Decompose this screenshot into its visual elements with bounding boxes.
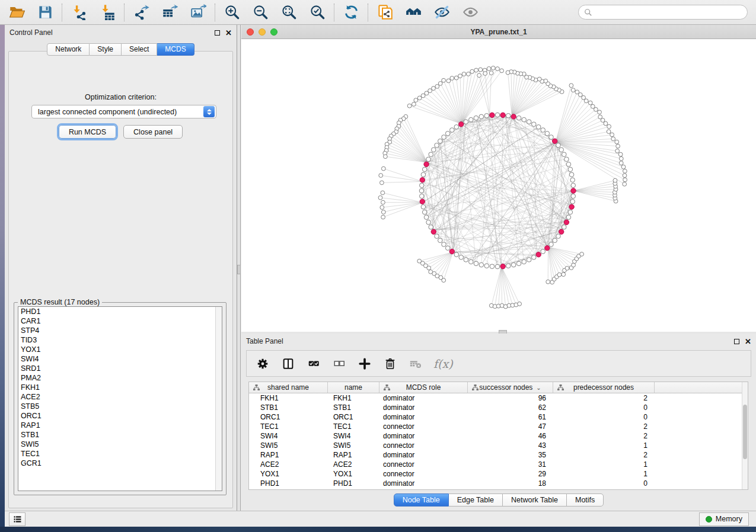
zoom-selected-icon[interactable]: [308, 4, 326, 21]
cell-predecessor-nodes[interactable]: 2: [553, 393, 655, 403]
table-row[interactable]: PHD1PHD1dominator180: [249, 479, 748, 488]
mcds-result-item[interactable]: ORC1: [18, 411, 222, 421]
open-file-icon[interactable]: [8, 4, 25, 21]
table-scrollbar[interactable]: [742, 382, 748, 489]
cell-predecessor-nodes[interactable]: 0: [553, 412, 655, 422]
cell-shared-name[interactable]: TEC1: [249, 422, 328, 431]
cell-successor-nodes[interactable]: 43: [468, 441, 553, 450]
export-image-icon[interactable]: [189, 4, 207, 21]
cell-name[interactable]: STB1: [328, 403, 379, 412]
cell-shared-name[interactable]: RAP1: [249, 450, 328, 460]
cell-shared-name[interactable]: STB1: [249, 403, 328, 412]
cell-predecessor-nodes[interactable]: 0: [553, 403, 655, 412]
cell-MCDS-role[interactable]: dominator: [379, 431, 468, 441]
table-row[interactable]: ACE2ACE2connector311: [249, 460, 748, 469]
cell-MCDS-role[interactable]: connector: [379, 469, 468, 479]
cell-successor-nodes[interactable]: 29: [468, 469, 553, 479]
cell-predecessor-nodes[interactable]: 2: [553, 450, 655, 460]
cell-MCDS-role[interactable]: dominator: [379, 412, 468, 422]
mcds-result-item[interactable]: TEC1: [18, 449, 222, 459]
cell-MCDS-role[interactable]: dominator: [379, 450, 468, 460]
tab-select[interactable]: Select: [122, 43, 157, 56]
table-row[interactable]: RAP1RAP1dominator352: [249, 450, 748, 460]
mcds-result-item[interactable]: SWI4: [18, 354, 222, 364]
cell-predecessor-nodes[interactable]: 2: [553, 422, 655, 431]
cell-MCDS-role[interactable]: dominator: [379, 403, 468, 412]
tab-network-table[interactable]: Network Table: [503, 493, 567, 507]
cell-MCDS-role[interactable]: dominator: [379, 479, 468, 488]
cell-predecessor-nodes[interactable]: 1: [553, 469, 655, 479]
duplicate-network-icon[interactable]: [376, 4, 394, 21]
delete-column-icon[interactable]: [382, 356, 398, 371]
cell-shared-name[interactable]: YOX1: [249, 469, 328, 479]
network-canvas[interactable]: [241, 39, 756, 332]
table-scrollbar-thumb[interactable]: [743, 405, 747, 459]
show-columns-icon[interactable]: [280, 356, 296, 371]
column-header-shared-name[interactable]: shared name: [249, 382, 328, 393]
table-row[interactable]: SWI4SWI4dominator462: [249, 431, 748, 441]
refresh-icon[interactable]: [342, 4, 360, 21]
column-header-name[interactable]: name: [328, 382, 379, 393]
cell-successor-nodes[interactable]: 35: [468, 450, 553, 460]
cell-successor-nodes[interactable]: 46: [468, 431, 553, 441]
tab-motifs[interactable]: Motifs: [567, 493, 604, 507]
mcds-result-item[interactable]: TID3: [18, 335, 222, 345]
vertical-splitter-handle[interactable]: [237, 265, 241, 274]
run-mcds-button[interactable]: Run MCDS: [59, 125, 116, 139]
mcds-result-item[interactable]: SRD1: [18, 364, 222, 373]
mcds-result-item[interactable]: GCR1: [18, 459, 222, 468]
mcds-result-item[interactable]: SWI5: [18, 440, 222, 449]
search-input[interactable]: [578, 5, 748, 20]
import-network-icon[interactable]: [70, 4, 88, 21]
select-all-icon[interactable]: [306, 356, 321, 371]
cell-successor-nodes[interactable]: 96: [468, 393, 553, 403]
add-column-icon[interactable]: [357, 356, 372, 371]
memory-button[interactable]: Memory: [699, 512, 749, 526]
manage-networks-icon[interactable]: [404, 4, 422, 21]
cell-shared-name[interactable]: ORC1: [249, 412, 328, 422]
cell-name[interactable]: TEC1: [328, 422, 379, 431]
close-table-panel-icon[interactable]: ✕: [745, 338, 751, 345]
cell-name[interactable]: ORC1: [328, 412, 379, 422]
cell-successor-nodes[interactable]: 47: [468, 422, 553, 431]
zoom-fit-icon[interactable]: [280, 4, 298, 21]
cell-successor-nodes[interactable]: 62: [468, 403, 553, 412]
cell-MCDS-role[interactable]: dominator: [379, 393, 468, 403]
clear-selection-icon[interactable]: [331, 356, 347, 371]
cell-predecessor-nodes[interactable]: 2: [553, 431, 655, 441]
mcds-result-item[interactable]: STB1: [18, 430, 222, 440]
export-network-icon[interactable]: [132, 4, 150, 21]
cell-shared-name[interactable]: SWI5: [249, 441, 328, 450]
cell-name[interactable]: RAP1: [328, 450, 379, 460]
mcds-result-item[interactable]: FKH1: [18, 383, 222, 392]
tab-mcds[interactable]: MCDS: [157, 43, 194, 56]
zoom-in-icon[interactable]: [223, 4, 241, 21]
mcds-result-item[interactable]: RAP1: [18, 421, 222, 430]
table-row[interactable]: TEC1TEC1connector472: [249, 422, 748, 431]
table-row[interactable]: ORC1ORC1dominator610: [249, 412, 748, 422]
cell-predecessor-nodes[interactable]: 0: [553, 479, 655, 488]
table-settings-gear-icon[interactable]: [255, 356, 270, 371]
cell-name[interactable]: SWI5: [328, 441, 379, 450]
cell-MCDS-role[interactable]: connector: [379, 441, 468, 450]
mcds-result-item[interactable]: STB5: [18, 402, 222, 411]
close-panel-button[interactable]: Close panel: [123, 125, 183, 139]
cell-name[interactable]: ACE2: [328, 460, 379, 469]
cell-successor-nodes[interactable]: 31: [468, 460, 553, 469]
save-session-icon[interactable]: [36, 4, 54, 21]
cell-name[interactable]: FKH1: [328, 393, 379, 403]
cell-predecessor-nodes[interactable]: 1: [553, 460, 655, 469]
cell-shared-name[interactable]: FKH1: [249, 393, 328, 403]
mcds-result-item[interactable]: STP4: [18, 326, 222, 335]
import-table-icon[interactable]: [98, 4, 116, 21]
cell-shared-name[interactable]: SWI4: [249, 431, 328, 441]
table-row[interactable]: YOX1YOX1connector291: [249, 469, 748, 479]
show-all-icon[interactable]: [461, 4, 479, 21]
cell-shared-name[interactable]: ACE2: [249, 460, 328, 469]
table-row[interactable]: SWI5SWI5connector431: [249, 441, 748, 450]
column-header-successor-nodes[interactable]: successor nodes⌄: [468, 382, 553, 393]
task-history-icon[interactable]: [9, 512, 25, 526]
export-table-icon[interactable]: [161, 4, 178, 21]
cell-name[interactable]: SWI4: [328, 431, 379, 441]
column-header-MCDS-role[interactable]: MCDS role: [379, 382, 468, 393]
